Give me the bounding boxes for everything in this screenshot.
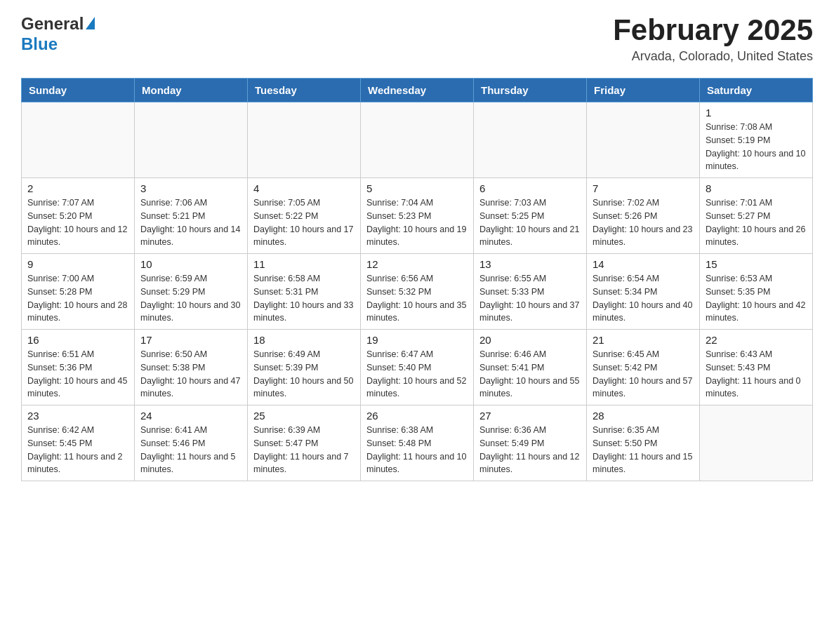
day-info: Sunrise: 6:45 AMSunset: 5:42 PMDaylight:… [593, 348, 694, 401]
day-number: 1 [706, 107, 807, 119]
calendar-cell: 6Sunrise: 7:03 AMSunset: 5:25 PMDaylight… [474, 178, 587, 254]
calendar-cell: 16Sunrise: 6:51 AMSunset: 5:36 PMDayligh… [22, 330, 135, 405]
calendar-cell: 27Sunrise: 6:36 AMSunset: 5:49 PMDayligh… [474, 405, 587, 481]
day-number: 8 [706, 182, 807, 194]
day-info: Sunrise: 7:06 AMSunset: 5:21 PMDaylight:… [140, 196, 241, 249]
calendar-cell: 9Sunrise: 7:00 AMSunset: 5:28 PMDaylight… [22, 254, 135, 330]
day-number: 19 [366, 334, 468, 346]
day-number: 28 [593, 410, 694, 422]
day-info: Sunrise: 6:50 AMSunset: 5:38 PMDaylight:… [140, 348, 241, 401]
calendar-cell: 12Sunrise: 6:56 AMSunset: 5:32 PMDayligh… [361, 254, 474, 330]
calendar-cell [135, 102, 248, 178]
day-info: Sunrise: 7:07 AMSunset: 5:20 PMDaylight:… [27, 196, 128, 249]
logo: General Blue [21, 14, 95, 55]
day-number: 11 [253, 258, 355, 270]
calendar-cell: 28Sunrise: 6:35 AMSunset: 5:50 PMDayligh… [587, 405, 700, 481]
calendar-cell: 23Sunrise: 6:42 AMSunset: 5:45 PMDayligh… [22, 405, 135, 481]
day-info: Sunrise: 6:42 AMSunset: 5:45 PMDaylight:… [27, 424, 128, 476]
page-header: General Blue February 2025 Arvada, Color… [21, 14, 813, 64]
day-info: Sunrise: 6:41 AMSunset: 5:46 PMDaylight:… [140, 424, 241, 476]
day-number: 10 [140, 258, 241, 270]
day-info: Sunrise: 6:39 AMSunset: 5:47 PMDaylight:… [253, 424, 355, 476]
calendar-cell: 11Sunrise: 6:58 AMSunset: 5:31 PMDayligh… [248, 254, 361, 330]
day-info: Sunrise: 7:03 AMSunset: 5:25 PMDaylight:… [479, 196, 581, 249]
calendar-cell: 4Sunrise: 7:05 AMSunset: 5:22 PMDaylight… [248, 178, 361, 254]
calendar-table: SundayMondayTuesdayWednesdayThursdayFrid… [21, 78, 813, 481]
day-info: Sunrise: 6:51 AMSunset: 5:36 PMDaylight:… [27, 348, 128, 401]
calendar-cell: 1Sunrise: 7:08 AMSunset: 5:19 PMDaylight… [700, 102, 813, 178]
calendar-cell: 17Sunrise: 6:50 AMSunset: 5:38 PMDayligh… [135, 330, 248, 405]
day-number: 26 [366, 410, 468, 422]
day-info: Sunrise: 6:55 AMSunset: 5:33 PMDaylight:… [479, 272, 581, 325]
calendar-week-row: 23Sunrise: 6:42 AMSunset: 5:45 PMDayligh… [22, 405, 813, 481]
day-number: 7 [593, 182, 694, 194]
calendar-cell: 18Sunrise: 6:49 AMSunset: 5:39 PMDayligh… [248, 330, 361, 405]
day-number: 18 [253, 334, 355, 346]
location-subtitle: Arvada, Colorado, United States [613, 49, 813, 64]
day-number: 20 [479, 334, 581, 346]
calendar-cell: 21Sunrise: 6:45 AMSunset: 5:42 PMDayligh… [587, 330, 700, 405]
calendar-cell: 25Sunrise: 6:39 AMSunset: 5:47 PMDayligh… [248, 405, 361, 481]
calendar-cell: 2Sunrise: 7:07 AMSunset: 5:20 PMDaylight… [22, 178, 135, 254]
day-number: 25 [253, 410, 355, 422]
weekday-header-wednesday: Wednesday [361, 79, 474, 102]
weekday-header-row: SundayMondayTuesdayWednesdayThursdayFrid… [22, 79, 813, 102]
title-block: February 2025 Arvada, Colorado, United S… [613, 14, 813, 64]
calendar-cell: 8Sunrise: 7:01 AMSunset: 5:27 PMDaylight… [700, 178, 813, 254]
day-number: 9 [27, 258, 128, 270]
calendar-cell: 24Sunrise: 6:41 AMSunset: 5:46 PMDayligh… [135, 405, 248, 481]
calendar-cell [700, 405, 813, 481]
calendar-cell: 22Sunrise: 6:43 AMSunset: 5:43 PMDayligh… [700, 330, 813, 405]
logo-blue-text: Blue [21, 34, 58, 53]
calendar-week-row: 16Sunrise: 6:51 AMSunset: 5:36 PMDayligh… [22, 330, 813, 405]
logo-triangle-icon [86, 17, 95, 29]
day-info: Sunrise: 7:04 AMSunset: 5:23 PMDaylight:… [366, 196, 468, 249]
day-info: Sunrise: 6:58 AMSunset: 5:31 PMDaylight:… [253, 272, 355, 325]
day-info: Sunrise: 6:54 AMSunset: 5:34 PMDaylight:… [593, 272, 694, 325]
weekday-header-friday: Friday [587, 79, 700, 102]
day-number: 23 [27, 410, 128, 422]
calendar-cell: 19Sunrise: 6:47 AMSunset: 5:40 PMDayligh… [361, 330, 474, 405]
day-info: Sunrise: 6:46 AMSunset: 5:41 PMDaylight:… [479, 348, 581, 401]
calendar-cell [474, 102, 587, 178]
day-number: 24 [140, 410, 241, 422]
day-number: 13 [479, 258, 581, 270]
weekday-header-sunday: Sunday [22, 79, 135, 102]
day-info: Sunrise: 7:01 AMSunset: 5:27 PMDaylight:… [706, 196, 807, 249]
calendar-cell: 10Sunrise: 6:59 AMSunset: 5:29 PMDayligh… [135, 254, 248, 330]
day-info: Sunrise: 6:36 AMSunset: 5:49 PMDaylight:… [479, 424, 581, 476]
calendar-cell [361, 102, 474, 178]
calendar-cell: 3Sunrise: 7:06 AMSunset: 5:21 PMDaylight… [135, 178, 248, 254]
day-info: Sunrise: 6:59 AMSunset: 5:29 PMDaylight:… [140, 272, 241, 325]
weekday-header-monday: Monday [135, 79, 248, 102]
day-info: Sunrise: 6:47 AMSunset: 5:40 PMDaylight:… [366, 348, 468, 401]
day-number: 16 [27, 334, 128, 346]
day-number: 3 [140, 182, 241, 194]
day-info: Sunrise: 7:05 AMSunset: 5:22 PMDaylight:… [253, 196, 355, 249]
calendar-cell: 7Sunrise: 7:02 AMSunset: 5:26 PMDaylight… [587, 178, 700, 254]
weekday-header-saturday: Saturday [700, 79, 813, 102]
weekday-header-tuesday: Tuesday [248, 79, 361, 102]
day-info: Sunrise: 7:08 AMSunset: 5:19 PMDaylight:… [706, 121, 807, 173]
day-info: Sunrise: 7:00 AMSunset: 5:28 PMDaylight:… [27, 272, 128, 325]
calendar-cell: 26Sunrise: 6:38 AMSunset: 5:48 PMDayligh… [361, 405, 474, 481]
day-number: 2 [27, 182, 128, 194]
calendar-week-row: 2Sunrise: 7:07 AMSunset: 5:20 PMDaylight… [22, 178, 813, 254]
calendar-cell: 5Sunrise: 7:04 AMSunset: 5:23 PMDaylight… [361, 178, 474, 254]
calendar-body: 1Sunrise: 7:08 AMSunset: 5:19 PMDaylight… [22, 102, 813, 481]
calendar-week-row: 9Sunrise: 7:00 AMSunset: 5:28 PMDaylight… [22, 254, 813, 330]
calendar-cell: 15Sunrise: 6:53 AMSunset: 5:35 PMDayligh… [700, 254, 813, 330]
day-number: 4 [253, 182, 355, 194]
calendar-cell: 20Sunrise: 6:46 AMSunset: 5:41 PMDayligh… [474, 330, 587, 405]
day-number: 5 [366, 182, 468, 194]
month-title: February 2025 [613, 14, 813, 46]
day-number: 22 [706, 334, 807, 346]
day-info: Sunrise: 6:53 AMSunset: 5:35 PMDaylight:… [706, 272, 807, 325]
day-number: 21 [593, 334, 694, 346]
day-number: 12 [366, 258, 468, 270]
day-info: Sunrise: 7:02 AMSunset: 5:26 PMDaylight:… [593, 196, 694, 249]
day-info: Sunrise: 6:43 AMSunset: 5:43 PMDaylight:… [706, 348, 807, 401]
day-info: Sunrise: 6:38 AMSunset: 5:48 PMDaylight:… [366, 424, 468, 476]
day-number: 17 [140, 334, 241, 346]
day-number: 15 [706, 258, 807, 270]
